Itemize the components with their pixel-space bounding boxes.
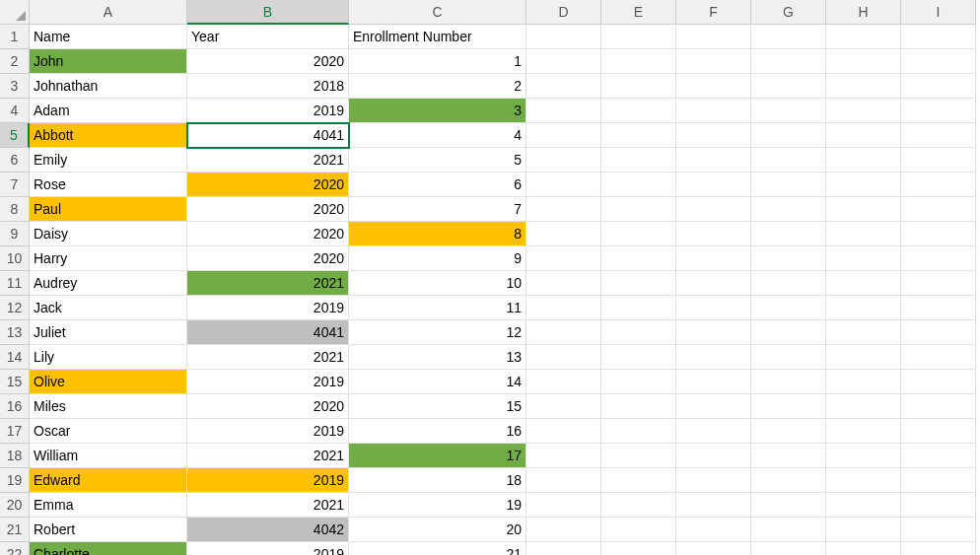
cell-E1[interactable] — [601, 25, 676, 49]
cell-F18[interactable] — [676, 444, 751, 468]
row-header-6[interactable]: 6 — [0, 148, 30, 173]
cell-C13[interactable]: 12 — [349, 320, 526, 345]
cell-B3[interactable]: 2018 — [187, 74, 349, 99]
cell-A11[interactable]: Audrey — [30, 271, 187, 296]
cell-H14[interactable] — [826, 345, 901, 370]
cell-F17[interactable] — [676, 419, 751, 444]
cell-G1[interactable] — [751, 25, 826, 49]
cell-G8[interactable] — [751, 197, 826, 222]
cell-F12[interactable] — [676, 296, 751, 320]
cell-F16[interactable] — [676, 394, 751, 419]
cell-A21[interactable]: Robert — [30, 518, 187, 542]
cell-E22[interactable] — [601, 542, 676, 555]
cell-C19[interactable]: 18 — [349, 468, 526, 493]
cell-D15[interactable] — [526, 370, 601, 394]
cell-A3[interactable]: Johnathan — [30, 74, 187, 99]
cell-B18[interactable]: 2021 — [187, 444, 349, 468]
cell-F1[interactable] — [676, 25, 751, 49]
cell-D19[interactable] — [526, 468, 601, 493]
row-header-19[interactable]: 19 — [0, 468, 30, 493]
cell-H12[interactable] — [826, 296, 901, 320]
row-header-2[interactable]: 2 — [0, 49, 30, 74]
cell-D22[interactable] — [526, 542, 601, 555]
cell-A4[interactable]: Adam — [30, 99, 187, 123]
cell-C21[interactable]: 20 — [349, 518, 526, 542]
column-header-C[interactable]: C — [349, 0, 526, 25]
cell-D12[interactable] — [526, 296, 601, 320]
cell-D11[interactable] — [526, 271, 601, 296]
cell-C5[interactable]: 4 — [349, 123, 526, 148]
cell-D10[interactable] — [526, 246, 601, 271]
cell-G13[interactable] — [751, 320, 826, 345]
cell-E4[interactable] — [601, 99, 676, 123]
cell-A7[interactable]: Rose — [30, 173, 187, 197]
row-header-5[interactable]: 5 — [0, 123, 30, 148]
cell-F15[interactable] — [676, 370, 751, 394]
cell-E6[interactable] — [601, 148, 676, 173]
cell-E9[interactable] — [601, 222, 676, 246]
cell-C18[interactable]: 17 — [349, 444, 526, 468]
cell-I10[interactable] — [901, 246, 976, 271]
cell-G21[interactable] — [751, 518, 826, 542]
cell-A15[interactable]: Olive — [30, 370, 187, 394]
cell-F11[interactable] — [676, 271, 751, 296]
row-header-14[interactable]: 14 — [0, 345, 30, 370]
row-header-20[interactable]: 20 — [0, 493, 30, 518]
cell-G7[interactable] — [751, 173, 826, 197]
cell-A9[interactable]: Daisy — [30, 222, 187, 246]
cell-I12[interactable] — [901, 296, 976, 320]
cell-D13[interactable] — [526, 320, 601, 345]
cell-H13[interactable] — [826, 320, 901, 345]
column-header-H[interactable]: H — [826, 0, 901, 25]
cell-E8[interactable] — [601, 197, 676, 222]
cell-A17[interactable]: Oscar — [30, 419, 187, 444]
cell-F21[interactable] — [676, 518, 751, 542]
cell-E14[interactable] — [601, 345, 676, 370]
cell-H5[interactable] — [826, 123, 901, 148]
cell-F2[interactable] — [676, 49, 751, 74]
cell-B13[interactable]: 4041 — [187, 320, 349, 345]
cell-A12[interactable]: Jack — [30, 296, 187, 320]
cell-I14[interactable] — [901, 345, 976, 370]
row-header-12[interactable]: 12 — [0, 296, 30, 320]
cell-A6[interactable]: Emily — [30, 148, 187, 173]
cell-I15[interactable] — [901, 370, 976, 394]
cell-F6[interactable] — [676, 148, 751, 173]
cell-B15[interactable]: 2019 — [187, 370, 349, 394]
cell-E2[interactable] — [601, 49, 676, 74]
row-header-13[interactable]: 13 — [0, 320, 30, 345]
cell-A16[interactable]: Miles — [30, 394, 187, 419]
cell-H7[interactable] — [826, 173, 901, 197]
cell-B5[interactable]: 4041 — [187, 123, 349, 148]
cell-I20[interactable] — [901, 493, 976, 518]
cell-I17[interactable] — [901, 419, 976, 444]
cell-H6[interactable] — [826, 148, 901, 173]
cell-B11[interactable]: 2021 — [187, 271, 349, 296]
column-header-G[interactable]: G — [751, 0, 826, 25]
cell-A20[interactable]: Emma — [30, 493, 187, 518]
cell-I5[interactable] — [901, 123, 976, 148]
cell-F20[interactable] — [676, 493, 751, 518]
cell-G18[interactable] — [751, 444, 826, 468]
cell-I8[interactable] — [901, 197, 976, 222]
cell-H4[interactable] — [826, 99, 901, 123]
cell-C20[interactable]: 19 — [349, 493, 526, 518]
cell-C1[interactable]: Enrollment Number — [349, 25, 526, 49]
cell-G10[interactable] — [751, 246, 826, 271]
cell-I1[interactable] — [901, 25, 976, 49]
cell-H15[interactable] — [826, 370, 901, 394]
cell-I11[interactable] — [901, 271, 976, 296]
cell-H1[interactable] — [826, 25, 901, 49]
cell-G11[interactable] — [751, 271, 826, 296]
cell-H9[interactable] — [826, 222, 901, 246]
cell-H21[interactable] — [826, 518, 901, 542]
cell-B20[interactable]: 2021 — [187, 493, 349, 518]
cell-I4[interactable] — [901, 99, 976, 123]
row-header-1[interactable]: 1 — [0, 25, 30, 49]
cell-D3[interactable] — [526, 74, 601, 99]
column-header-D[interactable]: D — [526, 0, 601, 25]
cell-G9[interactable] — [751, 222, 826, 246]
cell-E17[interactable] — [601, 419, 676, 444]
row-header-3[interactable]: 3 — [0, 74, 30, 99]
cell-A1[interactable]: Name — [30, 25, 187, 49]
